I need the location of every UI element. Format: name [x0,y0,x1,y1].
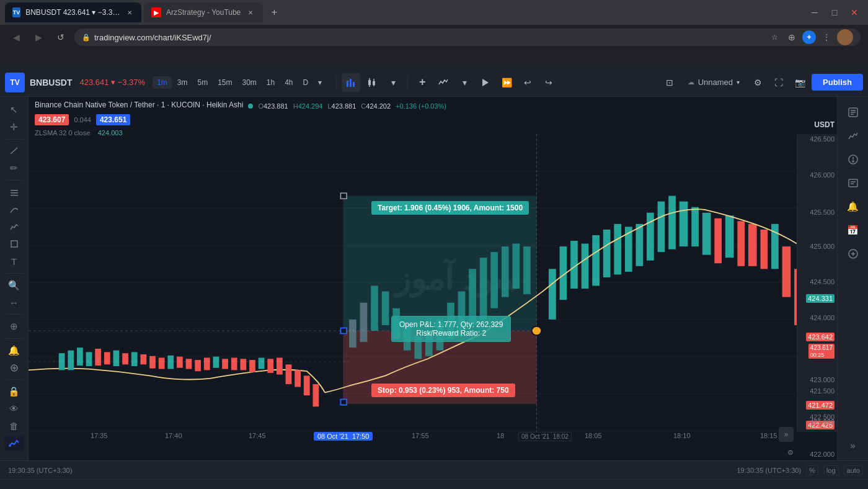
watchlist-icon[interactable] [843,102,864,123]
cursor-tool[interactable]: ↖ [4,102,25,118]
svg-rect-13 [11,195,18,196]
unnamed-dropdown[interactable]: ☁ Unnamed ▾ [681,75,746,89]
eye-tool[interactable]: 👁 [4,401,25,417]
symbol-label[interactable]: BNBUSDT [30,78,72,87]
tf-30m[interactable]: 30m [237,76,260,89]
log-label[interactable]: log [823,465,839,475]
percent-label[interactable]: % [806,465,818,475]
tf-1h[interactable]: 1h [262,76,279,89]
tf-1m[interactable]: 1m [153,76,172,89]
indicators-dropdown[interactable]: ▾ [455,73,474,92]
chart-type-icon[interactable] [843,125,864,146]
undo-icon[interactable]: ↩ [518,73,537,92]
multiscreen-icon[interactable]: ⊡ [660,73,679,92]
browser-tab-2[interactable]: ▶ ArzStrategy - YouTube ✕ [144,2,263,22]
add-indicator-icon[interactable]: + [413,73,432,92]
time-settings-icon[interactable]: ⚙ [787,449,794,457]
publish-button[interactable]: Publish [812,74,863,91]
separator-4 [6,314,23,315]
calendar-icon[interactable]: 📅 [843,220,864,241]
fibonnaci-tool[interactable] [4,202,25,218]
browser-tab-1[interactable]: TV BNBUSDT 423.641 ▾ −3.37% Un... ✕ [5,2,141,22]
tab-trading-panel[interactable]: Trading Panel [286,483,341,489]
redo-icon[interactable]: ↪ [539,73,558,92]
indicators-icon[interactable] [434,73,453,92]
svg-rect-73 [490,252,498,308]
minimize-button[interactable]: ─ [806,4,823,21]
svg-rect-29 [68,351,74,370]
svg-rect-30 [77,348,83,366]
panel-expand-icon[interactable]: ▲ [826,487,841,490]
price-421500: 421.500 [810,387,835,395]
trend-line-tool[interactable] [4,143,25,159]
tab-text-notes[interactable]: Text Notes [95,483,138,489]
panel-close-icon[interactable]: □ [843,487,858,490]
close-button[interactable]: ✕ [846,4,863,21]
tf-15m[interactable]: 15m [213,76,236,89]
chart-dropdown[interactable]: ▾ [384,73,402,92]
price-421000: 421.000 [810,418,835,426]
order-tool[interactable] [4,360,25,376]
url-text: tradingview.com/chart/iKSEwd7j/ [94,33,211,42]
tab2-close[interactable]: ✕ [246,7,255,17]
lock-tool[interactable]: 🔒 [4,384,25,400]
ideas-icon[interactable] [843,149,864,170]
bar-replay-icon[interactable] [476,73,495,92]
delete-tool[interactable]: 🗑 [4,418,25,434]
tab-strategy-tester[interactable]: Strategy Tester [213,483,272,489]
patterns-tool[interactable] [4,219,25,235]
time-active-1750: 08 Oct '21 17:50 [314,432,373,441]
refresh-button[interactable]: ↺ [52,29,69,46]
search-tool[interactable]: 🔍 [4,277,25,294]
new-tab-button[interactable]: + [265,4,283,21]
separator-2 [6,180,23,181]
bookmark-icon[interactable]: ☆ [768,30,781,44]
ohlc-c: C424.202 [361,102,391,110]
fast-forward-icon[interactable]: ⏩ [497,73,516,92]
zoom-tool[interactable]: ⊕ [4,318,25,334]
right-expand-icon[interactable]: » [843,434,864,455]
price-422000: 422.000 [810,451,835,458]
alerts-icon[interactable]: 🔔 [843,196,864,217]
svg-rect-6 [373,81,375,85]
bar-chart-icon[interactable] [342,73,360,92]
settings-icon[interactable]: ⋮ [820,30,833,44]
tab-crypto-screener[interactable]: Crypto Screener ▾ [10,483,81,489]
lens-icon[interactable]: ⊕ [785,30,799,44]
profile-icon[interactable] [837,29,853,45]
tf-d[interactable]: D [299,76,313,89]
address-bar[interactable]: 🔒 tradingview.com/chart/iKSEwd7j/ ☆ ⊕ + … [74,29,861,46]
tf-dropdown[interactable]: ▾ [314,76,326,89]
lines-tool[interactable] [4,184,25,200]
candle-chart-icon[interactable] [363,73,381,92]
tab-pine-editor[interactable]: Pine Editor [153,483,198,489]
news-icon[interactable] [843,173,864,194]
extension-icon[interactable]: + [802,30,816,44]
maximize-button[interactable]: □ [826,4,843,21]
forward-button[interactable]: ▶ [30,29,47,46]
alerts-tool[interactable]: 🔔 [4,343,25,359]
svg-rect-45 [213,357,219,368]
crosshair-tool[interactable]: ✛ [4,119,25,135]
pencil-tool[interactable]: ✏ [4,160,25,176]
tf-5m[interactable]: 5m [193,76,212,89]
scroll-right-button[interactable]: » [779,427,794,442]
snapshot-icon[interactable]: 📷 [790,73,809,92]
tf-4h[interactable]: 4h [280,76,297,89]
back-button[interactable]: ◀ [7,29,25,46]
fullscreen-icon[interactable]: ⛶ [769,73,788,92]
tab1-close[interactable]: ✕ [126,7,134,17]
shape-tool[interactable] [4,236,25,252]
period-1d[interactable]: 19:30:35 (UTC+3:30) [5,465,76,475]
measure-tool[interactable]: ↔ [4,295,25,311]
chart-settings-icon[interactable]: ⚙ [748,73,767,92]
svg-rect-93 [714,218,722,263]
tf-3m[interactable]: 3m [173,76,192,89]
text-tool[interactable]: T [4,253,25,269]
auto-label[interactable]: auto [844,465,863,475]
orders-icon[interactable] [843,243,864,264]
svg-rect-38 [149,356,156,369]
svg-rect-55 [304,375,310,395]
target-label: Target: 1.906 (0.45%) 1906, Amount: 1500 [371,201,529,215]
time-display: 19:30:35 (UTC+3:30) [737,467,801,474]
